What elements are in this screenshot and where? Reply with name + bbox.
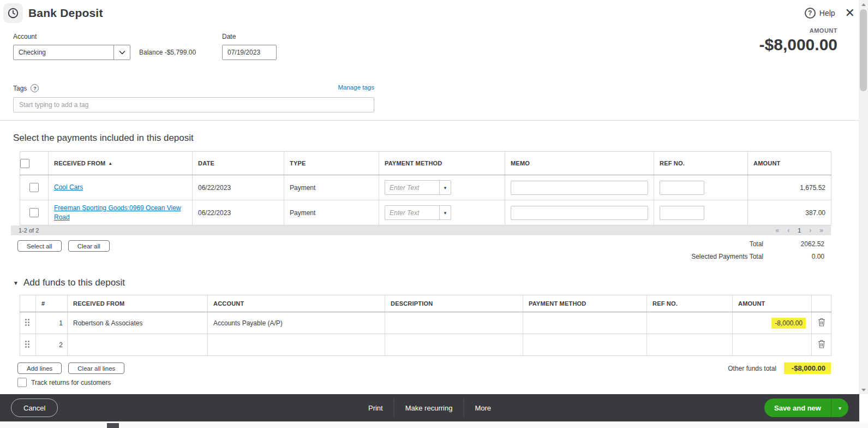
more-button[interactable]: More xyxy=(464,399,502,417)
collapse-triangle-icon[interactable]: ▼ xyxy=(13,280,19,286)
track-returns-row: Track returns for customers xyxy=(17,378,868,387)
page-header: Bank Deposit ? Help ✕ xyxy=(0,0,868,24)
save-and-new-button[interactable]: Save and new ▾ xyxy=(764,399,848,417)
tags-input[interactable] xyxy=(13,97,374,112)
payment-method-cell[interactable] xyxy=(523,312,647,334)
payment-method-cell[interactable] xyxy=(523,334,647,356)
payment-method-input[interactable] xyxy=(385,206,439,219)
column-description: DESCRIPTION xyxy=(385,295,523,312)
help-label[interactable]: Help xyxy=(819,9,835,17)
clear-all-lines-button[interactable]: Clear all lines xyxy=(68,362,124,374)
scroll-up-arrow-icon[interactable] xyxy=(859,0,868,9)
ref-no-cell[interactable] xyxy=(647,334,733,356)
save-options-caret-icon[interactable]: ▾ xyxy=(831,399,848,417)
bottom-edge xyxy=(0,421,868,428)
add-funds-heading[interactable]: ▼ Add funds to this deposit xyxy=(13,277,868,288)
track-returns-checkbox[interactable] xyxy=(17,378,27,387)
column-ref-no: REF NO. xyxy=(654,152,748,175)
track-returns-label: Track returns for customers xyxy=(31,379,111,387)
scroll-down-arrow-icon[interactable] xyxy=(859,385,868,394)
vertical-scrollbar[interactable] xyxy=(859,0,868,394)
description-cell[interactable] xyxy=(385,312,523,334)
save-and-new-label[interactable]: Save and new xyxy=(764,399,831,417)
row-checkbox[interactable] xyxy=(29,183,39,192)
received-from-cell[interactable]: Robertson & Associates xyxy=(68,312,208,334)
make-recurring-button[interactable]: Make recurring xyxy=(394,399,464,417)
date-input[interactable] xyxy=(222,45,277,60)
help-icon[interactable]: ? xyxy=(805,8,816,19)
total-label: Total xyxy=(750,240,763,248)
recent-transactions-icon[interactable] xyxy=(3,3,23,23)
date-label: Date xyxy=(222,33,277,40)
cancel-button[interactable]: Cancel xyxy=(11,399,58,417)
tags-section: Tags ? Manage tags xyxy=(13,84,374,112)
print-button[interactable]: Print xyxy=(357,399,394,417)
trash-icon[interactable] xyxy=(818,340,825,348)
prev-page-button[interactable]: ‹ xyxy=(787,227,789,234)
clear-all-button[interactable]: Clear all xyxy=(68,240,110,252)
payment-method-combo[interactable]: ▾ xyxy=(385,205,451,220)
payments-actions-row: Select all Clear all Total 2062.52 Selec… xyxy=(17,240,824,265)
first-page-button[interactable]: « xyxy=(776,227,780,234)
column-amount: AMOUNT xyxy=(733,295,812,312)
payment-method-combo[interactable]: ▾ xyxy=(385,180,451,195)
ref-no-input[interactable] xyxy=(660,206,704,220)
select-all-checkbox[interactable] xyxy=(20,159,29,168)
next-page-button[interactable]: › xyxy=(809,227,811,234)
amount-cell[interactable] xyxy=(733,334,812,356)
ref-no-cell[interactable] xyxy=(647,312,733,334)
caret-down-icon[interactable]: ▾ xyxy=(439,206,451,219)
memo-input[interactable] xyxy=(511,206,648,220)
manage-tags-link[interactable]: Manage tags xyxy=(338,84,375,91)
account-balance: Balance -$5,799.00 xyxy=(139,49,196,56)
column-memo: MEMO xyxy=(505,152,654,175)
section-divider xyxy=(0,120,868,121)
account-cell[interactable] xyxy=(208,334,385,356)
payment-row-2: Freeman Sporting Goods:0969 Ocean View R… xyxy=(20,200,831,225)
account-cell[interactable]: Accounts Payable (A/P) xyxy=(208,312,385,334)
received-from-cell[interactable] xyxy=(68,334,208,356)
line-number: 1 xyxy=(36,312,68,334)
payment-amount: 387.00 xyxy=(748,200,831,225)
row-checkbox[interactable] xyxy=(29,208,39,217)
scrollbar-thumb[interactable] xyxy=(860,9,867,91)
deposit-header-fields: Account Checking Balance -$5,799.00 Date… xyxy=(0,33,868,73)
column-received-from[interactable]: RECEIVED FROM▲ xyxy=(49,152,193,175)
amount-cell[interactable]: -8,000.00 xyxy=(733,312,812,334)
chevron-down-icon[interactable] xyxy=(113,45,130,60)
select-all-button[interactable]: Select all xyxy=(17,240,62,252)
highlighted-amount: -8,000.00 xyxy=(771,318,806,329)
payee-link[interactable]: Freeman Sporting Goods:0969 Ocean View R… xyxy=(54,204,187,221)
tags-help-icon[interactable]: ? xyxy=(31,84,39,92)
column-date: DATE xyxy=(193,152,284,175)
payment-date: 06/22/2023 xyxy=(193,200,284,225)
pagination-range: 1-2 of 2 xyxy=(19,227,39,234)
sort-asc-icon: ▲ xyxy=(108,161,112,166)
drag-handle-icon[interactable] xyxy=(25,341,31,349)
ref-no-input[interactable] xyxy=(660,181,704,195)
payment-type: Payment xyxy=(284,175,379,200)
help-button[interactable]: ? Help xyxy=(805,8,835,19)
trash-icon[interactable] xyxy=(818,318,825,326)
column-line-number: # xyxy=(36,295,68,312)
drag-handle-icon[interactable] xyxy=(25,319,31,327)
description-cell[interactable] xyxy=(385,334,523,356)
payment-type: Payment xyxy=(284,200,379,225)
payment-method-input[interactable] xyxy=(385,181,439,194)
column-account: ACCOUNT xyxy=(208,295,385,312)
payee-link[interactable]: Cool Cars xyxy=(54,183,83,192)
page-number[interactable]: 1 xyxy=(798,227,801,234)
memo-input[interactable] xyxy=(511,181,648,195)
last-page-button[interactable]: » xyxy=(819,227,823,234)
caret-down-icon[interactable]: ▾ xyxy=(439,181,451,194)
account-select[interactable]: Checking xyxy=(13,45,130,60)
column-amount: AMOUNT xyxy=(748,152,831,175)
selected-payments-total-label: Selected Payments Total xyxy=(691,253,763,260)
amount-label: AMOUNT xyxy=(759,27,837,34)
account-select-value: Checking xyxy=(14,45,113,60)
fund-line-row-1: 1 Robertson & Associates Accounts Payabl… xyxy=(20,312,831,334)
add-lines-button[interactable]: Add lines xyxy=(17,362,62,374)
total-value: 2062.52 xyxy=(763,240,824,248)
close-icon[interactable]: ✕ xyxy=(845,7,855,19)
payments-header-row: RECEIVED FROM▲ DATE TYPE PAYMENT METHOD … xyxy=(20,152,831,175)
